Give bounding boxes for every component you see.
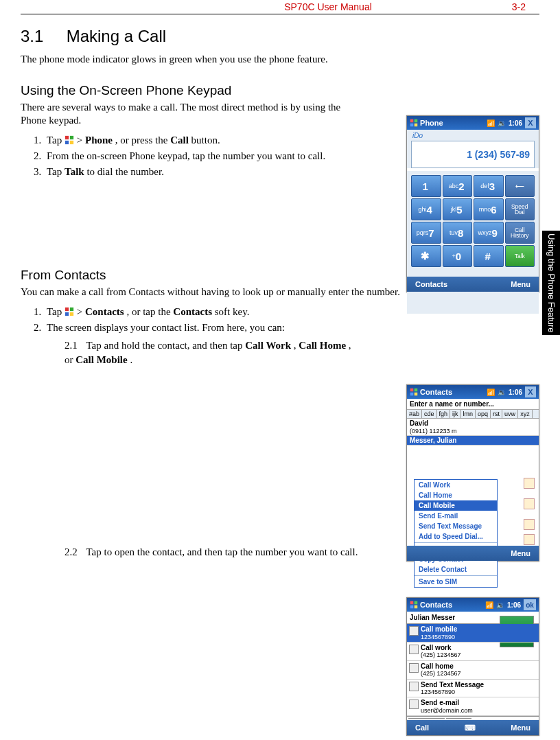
alpha-tab[interactable]: #ab (407, 410, 422, 418)
section-title: Making a Call (67, 27, 166, 45)
volume-icon: 🔉 (496, 601, 504, 609)
alpha-tab[interactable]: xyz (518, 410, 533, 418)
softkey-right[interactable]: Menu (511, 724, 530, 732)
svg-rect-10 (410, 124, 414, 127)
keypad-key[interactable]: +0 (443, 245, 473, 267)
contact-action-row[interactable]: Call home(425) 1234567 (407, 661, 539, 680)
alpha-tabs[interactable]: #abcdefghijklmnopqrstuvwxyz (407, 410, 539, 419)
svg-rect-1 (70, 135, 73, 139)
search-input[interactable]: Enter a name or number... (407, 399, 539, 410)
svg-rect-17 (415, 601, 418, 605)
page-number: 3-2 (498, 1, 526, 12)
carrier-label: iDo (412, 132, 535, 139)
tab-notes[interactable]: Notes (446, 718, 472, 719)
alpha-tab[interactable]: cde (422, 410, 437, 418)
close-icon[interactable]: X (525, 117, 536, 128)
menu-item[interactable]: Send Text Message (415, 521, 497, 531)
svg-rect-12 (410, 389, 414, 392)
signal-icon: 📶 (487, 119, 495, 127)
svg-rect-15 (415, 393, 418, 396)
keypad-key[interactable]: wxyz9 (474, 222, 504, 244)
volume-icon: 🔉 (498, 389, 506, 396)
keypad-key[interactable]: pqrs7 (411, 222, 441, 244)
sim-icon (524, 478, 535, 489)
svg-rect-9 (415, 119, 418, 123)
menu-item[interactable]: Call Mobile (415, 500, 497, 511)
start-icon[interactable] (410, 601, 418, 609)
alpha-tab[interactable]: fgh (437, 410, 451, 418)
tab-summary[interactable]: Summary (408, 718, 445, 719)
side-chapter-tab: Using the Phone Feature (542, 231, 560, 335)
keypad-key[interactable]: abc2 (443, 175, 473, 197)
softkey-left[interactable]: Call (415, 724, 429, 732)
contact-row[interactable]: David (0911) 112233 m (407, 419, 539, 436)
keyboard-icon[interactable]: ⌨ (465, 724, 476, 732)
start-icon[interactable] (410, 388, 418, 396)
svg-rect-0 (65, 135, 69, 139)
start-icon (65, 307, 74, 316)
softkey-bar: Contacts Menu (407, 277, 539, 292)
keypad-key[interactable]: Call History (505, 222, 535, 244)
contact-name: Julian Messer (407, 612, 539, 624)
contact-action-row[interactable]: Call work(425) 1234567 (407, 643, 539, 661)
alpha-tab[interactable]: opq (476, 410, 491, 418)
signal-icon: 📶 (487, 389, 495, 396)
detail-tabs[interactable]: Summary Notes (407, 716, 539, 719)
softkey-bar: Call ⌨ Menu (407, 720, 539, 735)
contact-action-row[interactable]: Call mobile1234567890 (407, 624, 539, 643)
menu-separator (415, 575, 497, 576)
svg-rect-6 (65, 312, 69, 316)
softkey-right[interactable]: Menu (511, 280, 530, 288)
keypad-key[interactable]: mno6 (474, 198, 504, 220)
keypad-key[interactable]: tuv8 (443, 222, 473, 244)
keypad-key[interactable]: ghi4 (411, 198, 441, 220)
ok-button[interactable]: ok (524, 599, 536, 610)
keypad-key[interactable]: jkl5 (443, 198, 473, 220)
menu-separator (415, 542, 497, 543)
context-menu: Call WorkCall HomeCall MobileSend E-mail… (414, 479, 498, 588)
sim-icon (524, 519, 535, 530)
menu-item[interactable]: Send E-mail (415, 511, 497, 521)
page-header: SP70C User Manual 3-2 (21, 0, 539, 14)
svg-rect-11 (415, 124, 418, 127)
keypad: 1abc2def3⟵ghi4jkl5mno6Speed Dialpqrs7tuv… (411, 175, 535, 267)
section-heading: 3.1 Making a Call (21, 27, 539, 46)
keypad-key[interactable]: # (474, 245, 504, 267)
section-number: 3.1 (21, 27, 62, 46)
contacts-substep-2: 2.2 Tap to open the contact, and then ta… (65, 545, 360, 559)
screenshot-phone-keypad: Phone 📶🔉1:06X iDo 1 (234) 567-89 1abc2de… (406, 115, 539, 292)
alpha-tab[interactable]: uvw (502, 410, 518, 418)
softkey-right[interactable]: Menu (511, 549, 530, 557)
alpha-tab[interactable]: rst (491, 410, 502, 418)
titlebar: Contacts 📶🔉1:06X (407, 385, 539, 399)
alpha-tab[interactable]: lmn (461, 410, 476, 418)
svg-rect-3 (70, 140, 73, 143)
alpha-tab[interactable]: ijk (450, 410, 461, 418)
keypad-key[interactable]: ⟵ (505, 175, 535, 197)
svg-rect-14 (410, 393, 414, 396)
screenshot-contact-detail: Contacts 📶🔉1:06ok Julian Messer Call mob… (406, 597, 539, 736)
keypad-key[interactable]: Speed Dial (505, 198, 535, 220)
menu-item[interactable]: Add to Speed Dial... (415, 531, 497, 542)
keypad-key[interactable]: def3 (474, 175, 504, 197)
start-icon (65, 135, 74, 145)
menu-item[interactable]: Call Home (415, 490, 497, 500)
menu-item[interactable]: Delete Contact (415, 564, 497, 575)
keypad-key[interactable]: ✱ (411, 245, 441, 267)
svg-rect-5 (70, 308, 73, 311)
keypad-key[interactable]: 1 (411, 175, 441, 197)
volume-icon: 🔉 (498, 119, 506, 127)
contact-row-selected[interactable]: Messer, Julian (407, 436, 539, 446)
softkey-left[interactable]: Contacts (415, 280, 447, 288)
contact-action-row[interactable]: Send e-mailuser@domain.com (407, 697, 539, 716)
dial-display: 1 (234) 567-89 (411, 141, 535, 168)
menu-item[interactable]: Call Work (415, 480, 497, 490)
keypad-step-2: From the on-screen Phone keypad, tap the… (44, 149, 349, 163)
manual-title: SP70C User Manual (21, 1, 498, 12)
keypad-key[interactable]: Talk (505, 245, 535, 267)
menu-item[interactable]: Save to SIM (415, 577, 497, 587)
start-icon[interactable] (410, 119, 418, 127)
keypad-intro: There are several ways to make a call. T… (21, 101, 350, 128)
close-icon[interactable]: X (525, 386, 536, 397)
contact-action-row[interactable]: Send Text Message1234567890 (407, 680, 539, 698)
